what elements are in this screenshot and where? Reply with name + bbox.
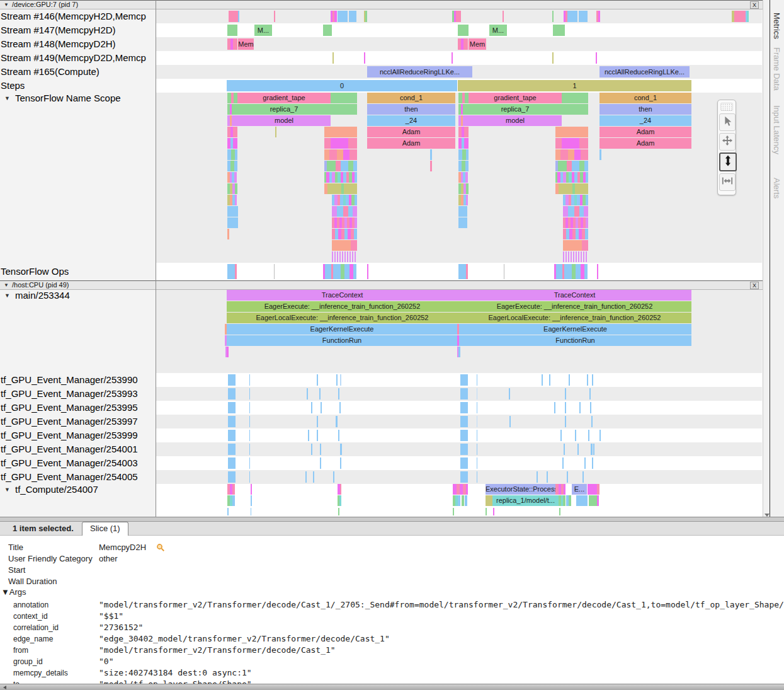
trace-slice[interactable] (563, 251, 564, 262)
trace-slice[interactable]: TraceContext (227, 290, 458, 301)
trace-slice[interactable] (579, 402, 581, 413)
trace-slice[interactable]: M... (254, 25, 272, 36)
trace-slice[interactable] (555, 149, 560, 160)
track-label[interactable]: tf_GPU_Event_Manager/253999 (1, 428, 138, 442)
trace-slice[interactable] (563, 495, 565, 506)
trace-slice[interactable] (352, 251, 353, 262)
trace-slice[interactable] (333, 471, 334, 483)
trace-slice[interactable] (227, 217, 238, 228)
trace-slice[interactable] (249, 374, 250, 386)
trace-slice[interactable] (311, 402, 312, 413)
trace-slice[interactable] (477, 416, 477, 427)
track-label[interactable]: Stream #165(Compute) (1, 65, 99, 79)
trace-slice[interactable] (565, 388, 566, 400)
side-tab-input-latency[interactable]: Input Latency (772, 105, 781, 154)
trace-slice[interactable] (334, 11, 337, 22)
process-header[interactable]: ▼/device:GPU:7 (pid 7)X (0, 0, 763, 9)
trace-slice[interactable] (348, 206, 353, 217)
trace-slice[interactable] (590, 402, 591, 413)
trace-slice[interactable] (558, 161, 567, 171)
trace-slice[interactable] (234, 161, 237, 171)
trace-slice[interactable]: FunctionRun (227, 335, 457, 346)
trace-slice[interactable] (338, 11, 348, 22)
trace-slice[interactable] (235, 195, 237, 205)
trace-slice[interactable] (466, 183, 469, 194)
trace-slice[interactable] (229, 11, 238, 22)
trace-slice[interactable] (274, 11, 275, 22)
trace-slice[interactable] (581, 149, 588, 160)
trace-slice[interactable] (332, 52, 334, 64)
trace-slice[interactable] (559, 183, 572, 194)
trace-slice[interactable] (581, 251, 582, 262)
trace-slice[interactable] (325, 264, 331, 279)
trace-slice[interactable] (458, 217, 467, 228)
trace-slice[interactable] (465, 495, 467, 506)
trace-slice[interactable]: gradient_tape (469, 93, 562, 103)
trace-slice[interactable] (340, 457, 341, 469)
trace-slice[interactable] (460, 471, 468, 483)
trace-slice[interactable] (460, 457, 468, 469)
trace-slice[interactable]: replica_7 (469, 104, 562, 115)
trace-slice[interactable] (477, 388, 477, 400)
trace-slice[interactable] (586, 217, 588, 228)
track-label[interactable]: tf_GPU_Event_Manager/253995 (1, 401, 138, 415)
trace-slice[interactable] (319, 388, 321, 400)
trace-slice[interactable] (228, 374, 236, 386)
vertical-scrollbar[interactable] (763, 0, 770, 522)
trace-slice[interactable] (342, 251, 343, 262)
args-section-header[interactable]: ▼Args (1, 587, 26, 597)
trace-slice[interactable] (477, 444, 477, 455)
trace-slice[interactable] (338, 388, 339, 400)
trace-slice[interactable] (430, 161, 432, 171)
trace-slice[interactable] (466, 264, 468, 279)
trace-slice[interactable] (351, 240, 357, 251)
trace-slice[interactable] (275, 127, 276, 137)
trace-slice[interactable]: _24 (367, 115, 455, 126)
trace-slice[interactable] (340, 374, 341, 386)
trace-slice[interactable] (584, 206, 588, 217)
trace-slice[interactable] (586, 251, 587, 262)
trace-slice[interactable] (337, 251, 338, 262)
trace-slice[interactable] (565, 416, 566, 427)
trace-slice[interactable] (567, 471, 568, 483)
trace-slice[interactable] (584, 264, 588, 279)
trace-slice[interactable] (332, 206, 337, 217)
trace-slice[interactable] (355, 217, 357, 228)
trace-slice[interactable] (343, 149, 349, 160)
trace-slice[interactable] (466, 484, 468, 495)
side-tab-metrics[interactable]: Metrics (772, 13, 781, 39)
track-label[interactable]: tf_GPU_Event_Manager/253993 (1, 387, 138, 401)
trace-slice[interactable] (554, 402, 555, 413)
trace-slice[interactable] (367, 264, 368, 279)
trace-slice[interactable] (348, 161, 353, 171)
trace-slice[interactable] (555, 138, 562, 149)
collapse-arrow-icon[interactable]: ▼ (4, 93, 10, 104)
trace-slice[interactable] (477, 374, 477, 386)
track-label[interactable]: TensorFlow Ops (1, 263, 69, 280)
trace-slice[interactable] (227, 264, 235, 279)
process-header[interactable]: ▼/host:CPU (pid 49)X (0, 280, 763, 290)
trace-slice[interactable] (251, 484, 252, 495)
trace-slice[interactable]: cond_1 (599, 93, 691, 103)
trace-slice[interactable] (571, 251, 572, 262)
trace-slice[interactable] (509, 388, 510, 400)
horizontal-scrollbar[interactable] (0, 684, 784, 690)
trace-slice[interactable] (596, 52, 597, 64)
trace-slice[interactable]: then (367, 104, 455, 115)
trace-slice[interactable] (344, 264, 349, 279)
trace-slice[interactable] (576, 495, 588, 506)
trace-slice[interactable] (453, 508, 454, 515)
side-tab-alerts[interactable]: Alerts (772, 178, 781, 198)
trace-slice[interactable] (560, 430, 562, 441)
trace-slice[interactable] (340, 444, 342, 455)
trace-slice[interactable] (582, 240, 588, 251)
trace-slice[interactable] (332, 251, 333, 262)
trace-slice[interactable] (355, 195, 357, 205)
trace-slice[interactable]: M... (489, 25, 507, 36)
trace-slice[interactable] (599, 149, 601, 160)
trace-slice[interactable] (232, 495, 235, 506)
track-label[interactable]: main/253344 (15, 290, 70, 301)
trace-slice[interactable] (233, 38, 237, 50)
close-process-button[interactable]: X (750, 1, 759, 9)
track-label[interactable]: Stream #146(MemcpyH2D,Memcp (1, 9, 146, 23)
